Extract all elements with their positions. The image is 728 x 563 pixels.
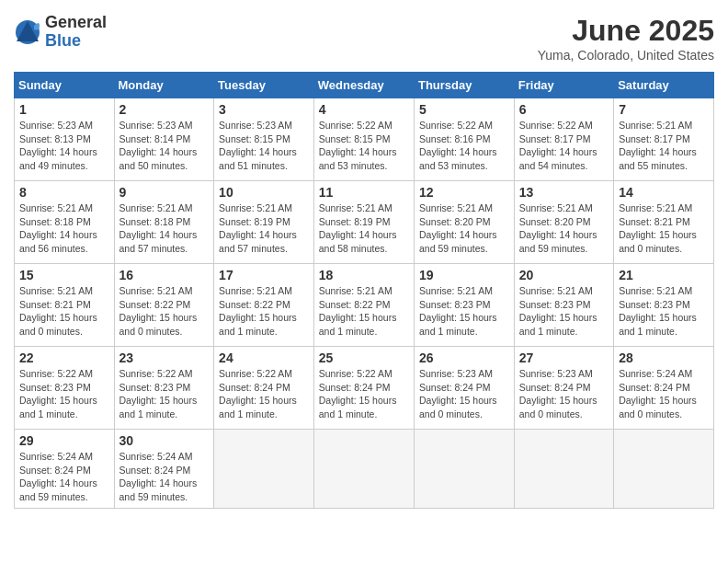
month-title: June 2025 — [538, 14, 714, 48]
day-info: Sunrise: 5:21 AMSunset: 8:22 PMDaylight:… — [119, 284, 210, 339]
day-info: Sunrise: 5:23 AMSunset: 8:15 PMDaylight:… — [219, 119, 309, 173]
calendar-cell: 2Sunrise: 5:23 AMSunset: 8:14 PMDaylight… — [114, 98, 214, 181]
day-info: Sunrise: 5:21 AMSunset: 8:23 PMDaylight:… — [419, 284, 509, 339]
day-number: 9 — [119, 185, 210, 200]
logo: General Blue — [14, 14, 107, 51]
header-day-sunday: Sunday — [15, 73, 115, 98]
calendar-cell: 11Sunrise: 5:21 AMSunset: 8:19 PMDayligh… — [313, 181, 414, 264]
calendar-cell: 19Sunrise: 5:21 AMSunset: 8:23 PMDayligh… — [414, 264, 514, 347]
day-number: 6 — [519, 102, 609, 117]
calendar-cell: 29Sunrise: 5:24 AMSunset: 8:24 PMDayligh… — [15, 430, 115, 509]
calendar-cell: 21Sunrise: 5:21 AMSunset: 8:23 PMDayligh… — [614, 264, 714, 347]
header-day-tuesday: Tuesday — [214, 73, 314, 98]
calendar-cell: 24Sunrise: 5:22 AMSunset: 8:24 PMDayligh… — [214, 347, 314, 430]
day-number: 15 — [19, 268, 109, 282]
day-number: 18 — [319, 268, 409, 282]
calendar-cell: 26Sunrise: 5:23 AMSunset: 8:24 PMDayligh… — [414, 347, 514, 430]
day-number: 19 — [419, 268, 509, 282]
calendar-cell: 5Sunrise: 5:22 AMSunset: 8:16 PMDaylight… — [414, 98, 514, 181]
day-number: 7 — [619, 102, 709, 117]
calendar-cell — [313, 430, 414, 509]
day-info: Sunrise: 5:23 AMSunset: 8:13 PMDaylight:… — [19, 119, 109, 173]
day-info: Sunrise: 5:21 AMSunset: 8:21 PMDaylight:… — [19, 284, 109, 339]
day-info: Sunrise: 5:22 AMSunset: 8:16 PMDaylight:… — [419, 119, 509, 173]
day-info: Sunrise: 5:22 AMSunset: 8:23 PMDaylight:… — [119, 367, 210, 421]
calendar-cell: 28Sunrise: 5:24 AMSunset: 8:24 PMDayligh… — [614, 347, 714, 430]
header-row: SundayMondayTuesdayWednesdayThursdayFrid… — [15, 73, 714, 98]
day-number: 22 — [19, 350, 109, 365]
day-number: 17 — [219, 268, 309, 282]
calendar-cell: 27Sunrise: 5:23 AMSunset: 8:24 PMDayligh… — [514, 347, 613, 430]
day-info: Sunrise: 5:22 AMSunset: 8:24 PMDaylight:… — [319, 367, 409, 421]
logo-text: General Blue — [45, 14, 107, 51]
day-info: Sunrise: 5:21 AMSunset: 8:17 PMDaylight:… — [619, 119, 709, 173]
calendar-cell: 22Sunrise: 5:22 AMSunset: 8:23 PMDayligh… — [15, 347, 115, 430]
day-number: 8 — [19, 185, 109, 200]
calendar-cell: 1Sunrise: 5:23 AMSunset: 8:13 PMDaylight… — [15, 98, 115, 181]
day-info: Sunrise: 5:22 AMSunset: 8:24 PMDaylight:… — [219, 367, 309, 421]
calendar-cell: 15Sunrise: 5:21 AMSunset: 8:21 PMDayligh… — [15, 264, 115, 347]
week-row-4: 22Sunrise: 5:22 AMSunset: 8:23 PMDayligh… — [15, 347, 714, 430]
header-day-thursday: Thursday — [414, 73, 514, 98]
calendar-cell: 3Sunrise: 5:23 AMSunset: 8:15 PMDaylight… — [214, 98, 314, 181]
day-info: Sunrise: 5:21 AMSunset: 8:19 PMDaylight:… — [219, 201, 309, 256]
day-info: Sunrise: 5:21 AMSunset: 8:23 PMDaylight:… — [619, 284, 709, 339]
day-info: Sunrise: 5:21 AMSunset: 8:22 PMDaylight:… — [219, 284, 309, 339]
day-info: Sunrise: 5:24 AMSunset: 8:24 PMDaylight:… — [119, 450, 210, 504]
day-info: Sunrise: 5:21 AMSunset: 8:23 PMDaylight:… — [519, 284, 609, 339]
calendar-cell — [514, 430, 613, 509]
day-info: Sunrise: 5:22 AMSunset: 8:23 PMDaylight:… — [19, 367, 109, 421]
calendar-cell: 12Sunrise: 5:21 AMSunset: 8:20 PMDayligh… — [414, 181, 514, 264]
location-title: Yuma, Colorado, United States — [538, 48, 714, 63]
day-number: 23 — [119, 350, 210, 365]
day-info: Sunrise: 5:21 AMSunset: 8:18 PMDaylight:… — [119, 201, 210, 256]
calendar-cell: 18Sunrise: 5:21 AMSunset: 8:22 PMDayligh… — [313, 264, 414, 347]
week-row-3: 15Sunrise: 5:21 AMSunset: 8:21 PMDayligh… — [15, 264, 714, 347]
day-number: 10 — [219, 185, 309, 200]
day-info: Sunrise: 5:21 AMSunset: 8:20 PMDaylight:… — [419, 201, 509, 256]
day-number: 25 — [319, 350, 409, 365]
day-number: 27 — [519, 350, 609, 365]
day-info: Sunrise: 5:21 AMSunset: 8:19 PMDaylight:… — [319, 201, 409, 256]
day-number: 4 — [319, 102, 409, 117]
calendar-cell: 6Sunrise: 5:22 AMSunset: 8:17 PMDaylight… — [514, 98, 613, 181]
header-day-saturday: Saturday — [614, 73, 714, 98]
calendar-cell: 7Sunrise: 5:21 AMSunset: 8:17 PMDaylight… — [614, 98, 714, 181]
calendar-cell — [214, 430, 314, 509]
day-info: Sunrise: 5:23 AMSunset: 8:24 PMDaylight:… — [419, 367, 509, 421]
day-info: Sunrise: 5:22 AMSunset: 8:15 PMDaylight:… — [319, 119, 409, 173]
calendar-cell: 8Sunrise: 5:21 AMSunset: 8:18 PMDaylight… — [15, 181, 115, 264]
day-number: 2 — [119, 102, 210, 117]
day-number: 5 — [419, 102, 509, 117]
logo-general: General — [45, 14, 107, 32]
logo-icon — [14, 18, 41, 46]
week-row-5: 29Sunrise: 5:24 AMSunset: 8:24 PMDayligh… — [15, 430, 714, 509]
day-info: Sunrise: 5:21 AMSunset: 8:20 PMDaylight:… — [519, 201, 609, 256]
calendar-cell: 14Sunrise: 5:21 AMSunset: 8:21 PMDayligh… — [614, 181, 714, 264]
day-number: 14 — [619, 185, 709, 200]
calendar-cell — [414, 430, 514, 509]
day-info: Sunrise: 5:21 AMSunset: 8:22 PMDaylight:… — [319, 284, 409, 339]
day-info: Sunrise: 5:22 AMSunset: 8:17 PMDaylight:… — [519, 119, 609, 173]
day-info: Sunrise: 5:23 AMSunset: 8:24 PMDaylight:… — [519, 367, 609, 421]
calendar-cell — [614, 430, 714, 509]
day-number: 24 — [219, 350, 309, 365]
calendar-cell: 9Sunrise: 5:21 AMSunset: 8:18 PMDaylight… — [114, 181, 214, 264]
day-info: Sunrise: 5:23 AMSunset: 8:14 PMDaylight:… — [119, 119, 210, 173]
header-day-monday: Monday — [114, 73, 214, 98]
day-info: Sunrise: 5:21 AMSunset: 8:18 PMDaylight:… — [19, 201, 109, 256]
week-row-2: 8Sunrise: 5:21 AMSunset: 8:18 PMDaylight… — [15, 181, 714, 264]
title-area: June 2025 Yuma, Colorado, United States — [538, 14, 714, 63]
day-number: 30 — [119, 433, 210, 448]
week-row-1: 1Sunrise: 5:23 AMSunset: 8:13 PMDaylight… — [15, 98, 714, 181]
day-number: 28 — [619, 350, 709, 365]
calendar-cell: 25Sunrise: 5:22 AMSunset: 8:24 PMDayligh… — [313, 347, 414, 430]
header: General Blue June 2025 Yuma, Colorado, U… — [14, 14, 714, 63]
calendar-cell: 10Sunrise: 5:21 AMSunset: 8:19 PMDayligh… — [214, 181, 314, 264]
calendar-cell: 16Sunrise: 5:21 AMSunset: 8:22 PMDayligh… — [114, 264, 214, 347]
calendar-table: SundayMondayTuesdayWednesdayThursdayFrid… — [14, 72, 714, 509]
day-number: 13 — [519, 185, 609, 200]
day-number: 1 — [19, 102, 109, 117]
day-info: Sunrise: 5:24 AMSunset: 8:24 PMDaylight:… — [19, 450, 109, 504]
day-info: Sunrise: 5:21 AMSunset: 8:21 PMDaylight:… — [619, 201, 709, 256]
